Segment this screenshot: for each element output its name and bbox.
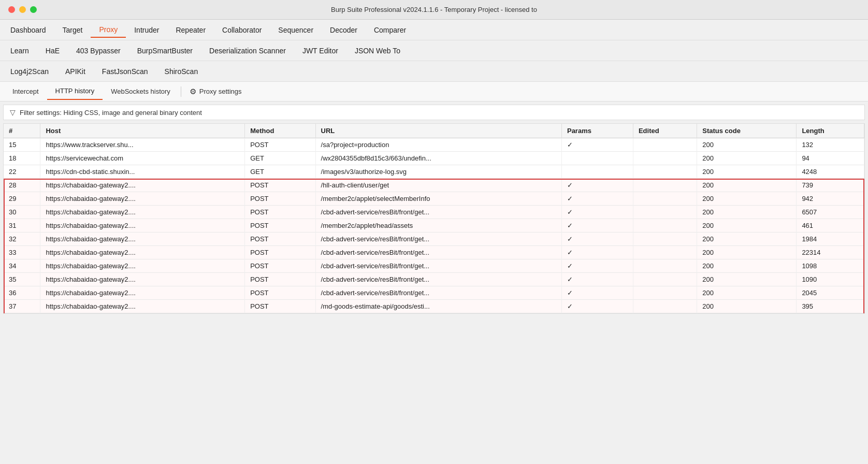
menu-item-sequencer[interactable]: Sequencer xyxy=(270,23,322,37)
row-status: 200 xyxy=(697,165,797,179)
proxy-settings-button[interactable]: ⚙Proxy settings xyxy=(183,84,248,99)
tab-websockets-history[interactable]: WebSockets history xyxy=(103,83,179,99)
row-status: 200 xyxy=(697,206,797,219)
row-length: 1090 xyxy=(797,273,864,286)
row-edited xyxy=(633,192,697,206)
ext-menu-item-json-web-to[interactable]: JSON Web To xyxy=(346,44,409,58)
row-edited xyxy=(633,259,697,273)
col-header-status-code[interactable]: Status code xyxy=(697,124,797,138)
menu-item-intruder[interactable]: Intruder xyxy=(126,23,167,37)
table-row[interactable]: 35https://chabaidao-gateway2....POST/cbd… xyxy=(4,273,864,286)
ext-menu-item-log4j2scan[interactable]: Log4j2Scan xyxy=(2,64,57,79)
ext-menu-item-hae[interactable]: HaE xyxy=(37,44,68,58)
ext-menu-item-learn[interactable]: Learn xyxy=(2,44,37,58)
row-host: https://chabaidao-gateway2.... xyxy=(40,233,245,246)
table-row[interactable]: 31https://chabaidao-gateway2....POST/mem… xyxy=(4,219,864,233)
menu-item-collaborator[interactable]: Collaborator xyxy=(214,23,270,37)
row-status: 200 xyxy=(697,138,797,152)
row-length: 94 xyxy=(797,152,864,165)
row-method: POST xyxy=(245,273,315,286)
ext-menu-item-jwt-editor[interactable]: JWT Editor xyxy=(294,44,346,58)
table-row[interactable]: 22https://cdn-cbd-static.shuxin...GET/im… xyxy=(4,165,864,179)
menu-item-repeater[interactable]: Repeater xyxy=(167,23,214,37)
row-url: /member2c/applet/head/assets xyxy=(315,219,561,233)
tab-intercept[interactable]: Intercept xyxy=(4,83,47,99)
col-header-url[interactable]: URL xyxy=(315,124,561,138)
filter-bar[interactable]: ▽ Filter settings: Hiding CSS, image and… xyxy=(3,105,865,120)
window-controls xyxy=(8,6,37,13)
menu-item-target[interactable]: Target xyxy=(54,23,91,37)
filter-text: Filter settings: Hiding CSS, image and g… xyxy=(20,109,202,117)
row-method: POST xyxy=(245,219,315,233)
table-row[interactable]: 30https://chabaidao-gateway2....POST/cbd… xyxy=(4,206,864,219)
close-button[interactable] xyxy=(8,6,15,13)
row-length: 132 xyxy=(797,138,864,152)
row-num: 36 xyxy=(4,286,40,300)
menu-item-decoder[interactable]: Decoder xyxy=(322,23,366,37)
menu-item-dashboard[interactable]: Dashboard xyxy=(2,23,54,37)
col-header-params[interactable]: Params xyxy=(561,124,633,138)
row-length: 4248 xyxy=(797,165,864,179)
row-status: 200 xyxy=(697,273,797,286)
table-row[interactable]: 28https://chabaidao-gateway2....POST/hll… xyxy=(4,179,864,192)
row-params xyxy=(561,152,633,165)
menu-item-comparer[interactable]: Comparer xyxy=(366,23,414,37)
col-header-method[interactable]: Method xyxy=(245,124,315,138)
row-num: 33 xyxy=(4,246,40,259)
row-host: https://chabaidao-gateway2.... xyxy=(40,286,245,300)
row-num: 30 xyxy=(4,206,40,219)
row-url: /images/v3/authorize-log.svg xyxy=(315,165,561,179)
row-method: POST xyxy=(245,179,315,192)
col-header-#[interactable]: # xyxy=(4,124,40,138)
tab-http-history[interactable]: HTTP history xyxy=(47,83,103,100)
menu-item-proxy[interactable]: Proxy xyxy=(91,22,126,38)
row-method: GET xyxy=(245,165,315,179)
row-params: ✓ xyxy=(561,192,633,206)
row-method: POST xyxy=(245,233,315,246)
row-url: /cbd-advert-service/resBit/front/get... xyxy=(315,233,561,246)
row-method: POST xyxy=(245,192,315,206)
table-row[interactable]: 18https://servicewechat.comGET/wx2804355… xyxy=(4,152,864,165)
maximize-button[interactable] xyxy=(30,6,37,13)
table-row[interactable]: 15https://www.trackserver.shu...POST/sa?… xyxy=(4,138,864,152)
table-row[interactable]: 36https://chabaidao-gateway2....POST/cbd… xyxy=(4,286,864,300)
row-length: 1098 xyxy=(797,259,864,273)
row-method: POST xyxy=(245,246,315,259)
row-params: ✓ xyxy=(561,179,633,192)
table-row[interactable]: 37https://chabaidao-gateway2....POST/md-… xyxy=(4,300,864,313)
table-row[interactable]: 34https://chabaidao-gateway2....POST/cbd… xyxy=(4,259,864,273)
ext-menu-item-shiroscan[interactable]: ShiroScan xyxy=(156,64,207,79)
row-host: https://chabaidao-gateway2.... xyxy=(40,206,245,219)
row-params: ✓ xyxy=(561,246,633,259)
main-menu-row: DashboardTargetProxyIntruderRepeaterColl… xyxy=(0,20,868,40)
ext-menu-item-fastjsonscan[interactable]: FastJsonScan xyxy=(94,64,156,79)
col-header-edited[interactable]: Edited xyxy=(633,124,697,138)
table-row[interactable]: 33https://chabaidao-gateway2....POST/cbd… xyxy=(4,246,864,259)
row-method: POST xyxy=(245,300,315,313)
gear-icon: ⚙ xyxy=(190,87,196,96)
row-url: /wx2804355dbf8d15c3/663/undefin... xyxy=(315,152,561,165)
row-num: 15 xyxy=(4,138,40,152)
col-header-length[interactable]: Length xyxy=(797,124,864,138)
row-params: ✓ xyxy=(561,273,633,286)
row-length: 461 xyxy=(797,219,864,233)
row-status: 200 xyxy=(697,300,797,313)
table-row[interactable]: 32https://chabaidao-gateway2....POST/cbd… xyxy=(4,233,864,246)
row-status: 200 xyxy=(697,152,797,165)
row-host: https://chabaidao-gateway2.... xyxy=(40,192,245,206)
row-length: 942 xyxy=(797,192,864,206)
row-url: /cbd-advert-service/resBit/front/get... xyxy=(315,259,561,273)
row-num: 32 xyxy=(4,233,40,246)
ext-menu-item-apikit[interactable]: APIKit xyxy=(57,64,94,79)
ext-menu-item-burpsmartbuster[interactable]: BurpSmartBuster xyxy=(129,44,201,58)
ext-menu-item-403-bypasser[interactable]: 403 Bypasser xyxy=(68,44,129,58)
minimize-button[interactable] xyxy=(19,6,26,13)
ext-menu-item-deserialization-scanner[interactable]: Deserialization Scanner xyxy=(201,44,294,58)
table-row[interactable]: 29https://chabaidao-gateway2....POST/mem… xyxy=(4,192,864,206)
row-host: https://chabaidao-gateway2.... xyxy=(40,259,245,273)
col-header-host[interactable]: Host xyxy=(40,124,245,138)
row-edited xyxy=(633,233,697,246)
row-host: https://chabaidao-gateway2.... xyxy=(40,179,245,192)
row-num: 37 xyxy=(4,300,40,313)
row-url: /cbd-advert-service/resBit/front/get... xyxy=(315,246,561,259)
